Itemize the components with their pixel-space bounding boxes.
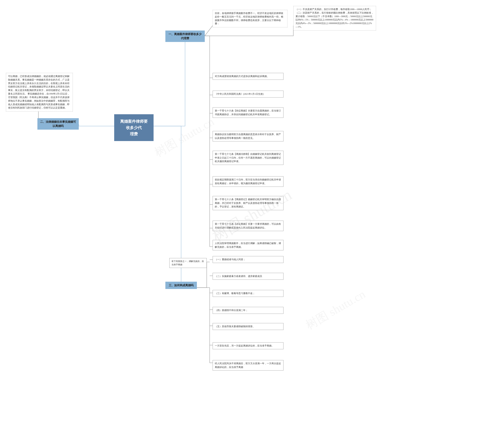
right-node-15-text: 一方宣告失踪，另一方提起离婚诉讼的，应当准予离婚。 (213, 342, 284, 349)
right-node-16-text: 经人民法院判决不准离婚后，双方又分居满一年，一方再次提起离婚诉讼的，应当准予离婚 (213, 360, 284, 371)
right-node-4: 离婚协议应当载明双方自愿离婚的意思表示和对子女抚养、财产以及债务处理等事项协商一… (213, 131, 284, 141)
mid-connector: 有下列情形之一，调解无效的，应当准予离婚 (169, 258, 207, 268)
right-node-2: 《中华人民共和国民法典》(2021年1月1日生效) (213, 91, 284, 98)
right-node-5-text: 第一千零七十七条【离婚冷静期】自婚姻登记机关收到离婚登记申请之日起三十日内，任何… (213, 151, 284, 165)
left-legal-box: 可以离婚，已经形成法律婚姻的，就必须通过离婚登记来解除婚姻关系。事实婚姻是一种婚… (6, 73, 73, 111)
right-node-14-text: （五）其他导致夫妻感情破裂的情形。 (213, 323, 284, 330)
l1-label-2: 二、法律婚姻但未事实婚姻可以离婚吗 (37, 118, 79, 130)
top-desc-text: 目前，各地律师接手离婚案件收费不一。经济不发达地区的律师收起价一般五百元到一千元… (213, 10, 288, 28)
right-node-11: （二）实施家庭暴力或者虐待、遗弃家庭成员 (213, 273, 284, 280)
right-node-12-text: （三）有赌博、吸毒等恶习屡教不改； (213, 290, 284, 297)
right-node-16: 经人民法院判决不准离婚后，双方又分居满一年，一方再次提起离婚诉讼的，应当准予离婚 (213, 360, 284, 371)
top-desc-box: 目前，各地律师接手离婚案件收费不一。经济不发达地区的律师收起价一般五百元到一千元… (213, 10, 288, 28)
fee-detail-text: （一）不涉及财产关系的，实行计件收费，每件收取1000—10000人民币； （二… (293, 6, 376, 30)
central-label: 离婚案件律师要收多少代理费 (114, 114, 153, 141)
right-node-2-text: 《中华人民共和国民法典》(2021年1月1日生效) (213, 91, 284, 98)
l1-node-1: 一、离婚案件律师要收多少代理费 (165, 30, 205, 42)
svg-line-0 (205, 26, 213, 36)
right-node-8: 第一千零七十九条【诉讼离婚】夫妻一方要求离婚的，可以由有关组织进行调解或直接向人… (213, 221, 284, 231)
l1-node-2: 二、法律婚姻但未事实婚姻可以离婚吗 (37, 118, 79, 130)
fee-detail-box: （一）不涉及财产关系的，实行计件收费，每件收取1000—10000人民币； （二… (293, 6, 376, 30)
right-node-9: 人民法院审理离婚案件，应当进行调解；如果感情确已破裂，调解无效的，应当准予离婚。 (213, 240, 284, 250)
right-node-10-text: （一）重婚或者与他人同居； (213, 256, 284, 263)
central-node: 离婚案件律师要收多少代理费 (114, 114, 153, 141)
right-node-6: 前款规定期限届满三十日内，双方应当亲自到婚姻登记机关申请发给离婚证；未申请的，视… (213, 176, 284, 187)
mid-connector-text: 有下列情形之一，调解无效的，应当准予离婚 (169, 258, 207, 268)
right-node-7: 第一千零七十八条【离婚登记】婚姻登记机关审明双方确实自愿离婚，并已经对子女抚养、… (213, 196, 284, 210)
right-node-8-text: 第一千零七十九条【诉讼离婚】夫妻一方要求离婚的，可以由有关组织进行调解或直接向人… (213, 221, 284, 231)
right-node-9-text: 人民法院审理离婚案件，应当进行调解；如果感情确已破裂，调解无效的，应当准予离婚。 (213, 240, 284, 250)
watermark-1: 树图 shutu.cn (208, 184, 296, 247)
right-node-11-text: （二）实施家庭暴力或者虐待、遗弃家庭成员 (213, 273, 284, 280)
right-node-1-text: 对方构成置错假离婚的方式是协议离婚和起诉离婚。 (213, 73, 284, 80)
right-node-15: 一方宣告失踪，另一方提起离婚诉讼的，应当准予离婚。 (213, 342, 284, 349)
l1-label-3: 三、如何构成离婚吗 (165, 282, 197, 289)
right-node-3: 第一千零七十六条【协议离婚】夫妻双方自愿离婚的，应当签订书面离婚协议，并亲自到婚… (213, 107, 284, 118)
right-node-7-text: 第一千零七十八条【离婚登记】婚姻登记机关审明双方确实自愿离婚，并已经对子女抚养、… (213, 196, 284, 210)
right-node-10: （一）重婚或者与他人同居； (213, 256, 284, 263)
left-legal-text: 可以离婚，已经形成法律婚姻的，就必须通过离婚登记来解除婚姻关系。事实婚姻是一种婚… (6, 73, 73, 111)
l1-label-1: 一、离婚案件律师要收多少代理费 (165, 30, 205, 42)
watermark-3: 树图 shutu.cn (303, 286, 368, 333)
right-node-12: （三）有赌博、吸毒等恶习屡教不改； (213, 290, 284, 297)
watermark-2: 树图 shutu.cn (152, 114, 217, 161)
mindmap-container: 树图 shutu.cn 树图 shutu.cn 树图 shutu.cn 离婚案件… (0, 0, 504, 431)
right-node-1: 对方构成置错假离婚的方式是协议离婚和起诉离婚。 (213, 73, 284, 80)
l1-node-3: 三、如何构成离婚吗 (165, 282, 197, 289)
right-node-4-text: 离婚协议应当载明双方自愿离婚的意思表示和对子女抚养、财产以及债务处理等事项协商一… (213, 131, 284, 141)
right-node-5: 第一千零七十七条【离婚冷静期】自婚姻登记机关收到离婚登记申请之日起三十日内，任何… (213, 151, 284, 165)
right-node-13: （四）因感情不和分居满二年； (213, 307, 284, 314)
right-node-13-text: （四）因感情不和分居满二年； (213, 307, 284, 314)
right-node-3-text: 第一千零七十六条【协议离婚】夫妻双方自愿离婚的，应当签订书面离婚协议，并亲自到婚… (213, 107, 284, 118)
right-node-14: （五）其他导致夫妻感情破裂的情形。 (213, 323, 284, 330)
right-node-6-text: 前款规定期限届满三十日内，双方应当亲自到婚姻登记机关申请发给离婚证；未申请的，视… (213, 176, 284, 187)
